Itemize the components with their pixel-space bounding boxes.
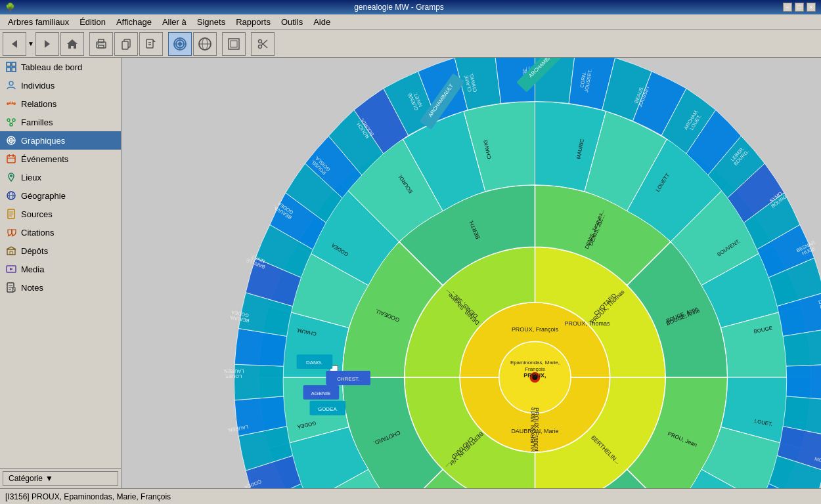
individuals-icon: [5, 79, 17, 91]
export-button[interactable]: [139, 32, 163, 56]
svg-rect-4: [99, 39, 104, 43]
toolbar: ▼: [0, 30, 821, 58]
svg-point-24: [258, 39, 261, 43]
svg-line-26: [261, 43, 267, 48]
svg-rect-46: [7, 156, 15, 163]
sidebar-item-notes[interactable]: Notes: [0, 278, 121, 297]
menu-outils[interactable]: Outils: [276, 16, 308, 28]
filter-button[interactable]: [222, 32, 246, 56]
nav-dropdown-button[interactable]: ▼: [28, 40, 34, 47]
category-label: Catégorie: [9, 474, 43, 483]
svg-rect-58: [7, 249, 15, 255]
sidebar-label-notes: Notes: [21, 283, 43, 293]
svg-text:François: François: [525, 366, 544, 372]
menu-affichage[interactable]: Affichage: [111, 16, 157, 28]
sidebar-item-families[interactable]: Familles: [0, 113, 121, 131]
chart-content[interactable]: text.label { font-family: Arial, sans-se…: [122, 58, 821, 488]
sidebar-label-geography: Géographie: [21, 191, 66, 201]
charts-icon: [5, 135, 17, 146]
nav-next-button[interactable]: [35, 32, 59, 56]
dashboard-icon: [5, 61, 17, 73]
svg-rect-8: [122, 41, 128, 49]
print-button[interactable]: [89, 32, 113, 56]
window-controls: − □ ×: [783, 3, 816, 12]
svg-marker-61: [10, 268, 13, 270]
svg-text:PROUX,: PROUX,: [523, 372, 546, 379]
media-icon: [5, 263, 17, 275]
sidebar-label-individuals: Individus: [21, 81, 55, 91]
svg-point-38: [12, 119, 15, 121]
menu-aide[interactable]: Aide: [308, 16, 336, 28]
svg-point-50: [10, 175, 12, 177]
sidebar-item-sources[interactable]: Sources: [0, 205, 121, 223]
menu-arbres[interactable]: Arbres familiaux: [3, 16, 74, 28]
notes-icon: [5, 282, 17, 293]
sidebar-label-media: Media: [21, 264, 44, 274]
sidebar-item-events[interactable]: Événements: [0, 150, 121, 168]
minimize-button[interactable]: −: [783, 3, 792, 12]
sidebar-label-dashboard: Tableau de bord: [21, 62, 82, 72]
sources-icon: [5, 208, 17, 220]
main-area: Tableau de bord Individus Relations Fami…: [0, 58, 821, 488]
sidebar-label-depots: Dépôts: [21, 246, 48, 256]
svg-rect-27: [7, 62, 11, 66]
menubar: Arbres familiaux Édition Affichage Aller…: [0, 14, 821, 30]
svg-text:CHREST.: CHREST.: [337, 376, 359, 382]
svg-rect-28: [12, 62, 16, 66]
svg-marker-1: [45, 40, 50, 48]
svg-point-6: [97, 43, 99, 45]
svg-text:LAUREN.: LAUREN.: [223, 368, 244, 375]
events-icon: [5, 153, 17, 165]
category-button[interactable]: Catégorie ▼: [3, 471, 118, 486]
app-icon: 🌳: [5, 3, 15, 12]
window-title: genealogie MW - Gramps: [354, 3, 444, 12]
menu-signets[interactable]: Signets: [192, 16, 231, 28]
svg-point-37: [7, 119, 10, 121]
svg-point-33: [13, 102, 16, 105]
sidebar-item-media[interactable]: Media: [0, 260, 121, 278]
sidebar-item-geography[interactable]: Géographie: [0, 186, 121, 205]
relations-icon: [5, 98, 17, 110]
sidebar-label-places: Lieux: [21, 173, 41, 182]
menu-edition[interactable]: Édition: [74, 16, 111, 28]
sidebar-item-dashboard[interactable]: Tableau de bord: [0, 58, 121, 76]
sidebar-item-citations[interactable]: Citations: [0, 223, 121, 242]
depots-icon: [5, 245, 17, 257]
statusbar: [I3156] PROUX, Epaminondas, Marie, Franç…: [0, 488, 821, 504]
nav-prev-button[interactable]: [3, 32, 26, 56]
status-text: [I3156] PROUX, Epaminondas, Marie, Franç…: [5, 492, 171, 501]
svg-text:AGENIE: AGENIE: [311, 390, 330, 396]
svg-marker-0: [12, 40, 17, 48]
svg-text:DAUBRON, Marie: DAUBRON, Marie: [511, 428, 558, 434]
sidebar-item-individuals[interactable]: Individus: [0, 76, 121, 94]
titlebar: 🌳 genealogie MW - Gramps − □ ×: [0, 0, 821, 14]
menu-allera[interactable]: Aller à: [157, 16, 192, 28]
sidebar-label-events: Événements: [21, 154, 68, 164]
svg-point-23: [258, 45, 261, 48]
menu-rapports[interactable]: Rapports: [231, 16, 276, 28]
globe-chart-button[interactable]: [193, 32, 217, 56]
sidebar-item-relations[interactable]: Relations: [0, 94, 121, 113]
places-icon: [5, 171, 17, 183]
sidebar-item-depots[interactable]: Dépôts: [0, 242, 121, 260]
svg-text:DANG.: DANG.: [306, 360, 322, 366]
svg-point-39: [10, 123, 12, 126]
fan-chart-button[interactable]: [168, 32, 192, 56]
scissors-button[interactable]: [251, 32, 275, 56]
svg-point-32: [7, 102, 9, 105]
close-button[interactable]: ×: [807, 3, 816, 12]
sidebar-item-charts[interactable]: Graphiques: [0, 131, 121, 150]
svg-text:GODEA: GODEA: [318, 406, 337, 412]
maximize-button[interactable]: □: [795, 3, 804, 12]
fan-chart[interactable]: text.label { font-family: Arial, sans-se…: [122, 58, 821, 488]
sidebar-bottom: Catégorie ▼: [0, 468, 121, 488]
copy-button[interactable]: [114, 32, 138, 56]
svg-line-40: [9, 121, 11, 123]
category-dropdown-icon: ▼: [45, 474, 53, 483]
svg-rect-22: [231, 41, 237, 47]
svg-text:LOUET.: LOUET.: [225, 373, 242, 379]
sidebar-item-places[interactable]: Lieux: [0, 168, 121, 186]
sidebar-label-charts: Graphiques: [21, 136, 65, 146]
home-button[interactable]: [60, 32, 84, 56]
svg-text:PROUX, Thomas: PROUX, Thomas: [564, 320, 610, 327]
